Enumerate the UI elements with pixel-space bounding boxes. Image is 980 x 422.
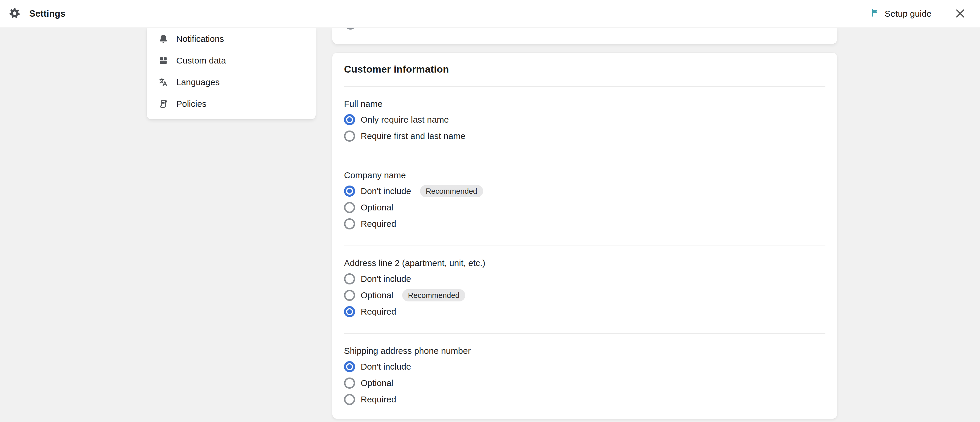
sidebar-item-custom-data[interactable]: Custom data: [147, 50, 316, 71]
sidebar-item-notifications[interactable]: Notifications: [147, 28, 316, 50]
radio-option-don-t-include[interactable]: Don't include: [344, 358, 826, 375]
sidebar-item-label: Custom data: [176, 56, 226, 66]
recommended-badge: Recommended: [402, 289, 465, 301]
radio-option-label: Required: [361, 307, 396, 316]
radio-option-optional[interactable]: Optional: [344, 199, 826, 216]
radio-option-label: Required: [361, 219, 396, 229]
card-sections: Full nameOnly require last nameRequire f…: [332, 86, 837, 419]
page-title: Settings: [29, 8, 65, 19]
radio-option-require-first-and-last-name[interactable]: Require first and last name: [344, 128, 826, 144]
radio-option-don-t-include[interactable]: Don't include: [344, 271, 826, 287]
radio-option-label: Require first and last name: [361, 131, 466, 141]
card-title: Customer information: [344, 62, 826, 75]
languages-icon: [158, 77, 169, 88]
radio-option-optional[interactable]: OptionalRecommended: [344, 287, 826, 304]
card-header: Customer information: [332, 53, 837, 86]
radio-icon[interactable]: [344, 273, 355, 285]
radio-option-label: Only require last name: [361, 115, 449, 125]
radio-icon-partial[interactable]: [345, 28, 356, 30]
header: Settings Setup guide: [0, 0, 980, 28]
section-label: Company name: [344, 170, 826, 181]
radio-option-required[interactable]: Required: [344, 216, 826, 232]
gear-icon: [9, 7, 21, 20]
custom-data-icon: [158, 55, 169, 66]
close-button[interactable]: [953, 6, 967, 21]
settings-nav: NotificationsCustom dataLanguagesPolicie…: [147, 28, 316, 119]
section-full-name: Full nameOnly require last nameRequire f…: [332, 87, 837, 158]
radio-option-don-t-include[interactable]: Don't includeRecommended: [344, 183, 826, 199]
radio-option-required[interactable]: Required: [344, 304, 826, 320]
sidebar-item-label: Policies: [176, 99, 206, 109]
section-shipping-address-phone-number: Shipping address phone numberDon't inclu…: [332, 334, 837, 419]
radio-option-optional[interactable]: Optional: [344, 375, 826, 391]
section-address-line-2-apartment-unit-etc: Address line 2 (apartment, unit, etc.)Do…: [332, 246, 837, 333]
radio-option-label: Optional: [361, 290, 393, 300]
radio-option-label: Don't include: [361, 186, 411, 196]
customer-information-card: Customer information Full nameOnly requi…: [332, 53, 837, 419]
radio-icon[interactable]: [344, 394, 355, 405]
radio-icon[interactable]: [344, 218, 355, 229]
setup-guide-button[interactable]: Setup guide: [867, 6, 934, 22]
policies-icon: [158, 99, 169, 109]
settings-page: Settings Setup guide Not: [0, 0, 980, 422]
radio-selected-icon[interactable]: [344, 306, 355, 317]
flag-icon: [870, 8, 880, 19]
radio-icon[interactable]: [344, 290, 355, 301]
radio-selected-icon[interactable]: [344, 361, 355, 372]
sidebar-item-label: Languages: [176, 77, 220, 87]
radio-option-label: Optional: [361, 378, 393, 388]
recommended-badge: Recommended: [420, 185, 483, 197]
radio-selected-icon[interactable]: [344, 185, 355, 197]
section-company-name: Company nameDon't includeRecommendedOpti…: [332, 158, 837, 246]
radio-option-required[interactable]: Required: [344, 391, 826, 408]
close-icon: [955, 8, 966, 19]
radio-option-label: Optional: [361, 203, 393, 213]
radio-option-label: Don't include: [361, 274, 411, 284]
header-left: Settings: [9, 7, 65, 20]
bell-icon: [158, 34, 169, 44]
radio-selected-icon[interactable]: [344, 114, 355, 125]
sidebar-item-label: Notifications: [176, 34, 224, 44]
section-label: Address line 2 (apartment, unit, etc.): [344, 258, 826, 269]
sidebar-item-policies[interactable]: Policies: [147, 93, 316, 115]
previous-card-partial: [332, 28, 837, 44]
radio-icon[interactable]: [344, 131, 355, 142]
radio-option-label: Don't include: [361, 362, 411, 372]
setup-guide-label: Setup guide: [885, 9, 931, 19]
header-right: Setup guide: [867, 6, 967, 22]
radio-icon[interactable]: [344, 202, 355, 213]
radio-option-only-require-last-name[interactable]: Only require last name: [344, 112, 826, 128]
sidebar-item-languages[interactable]: Languages: [147, 71, 316, 93]
radio-option-label: Required: [361, 395, 396, 404]
radio-icon[interactable]: [344, 377, 355, 388]
section-label: Full name: [344, 99, 826, 109]
section-label: Shipping address phone number: [344, 345, 826, 356]
